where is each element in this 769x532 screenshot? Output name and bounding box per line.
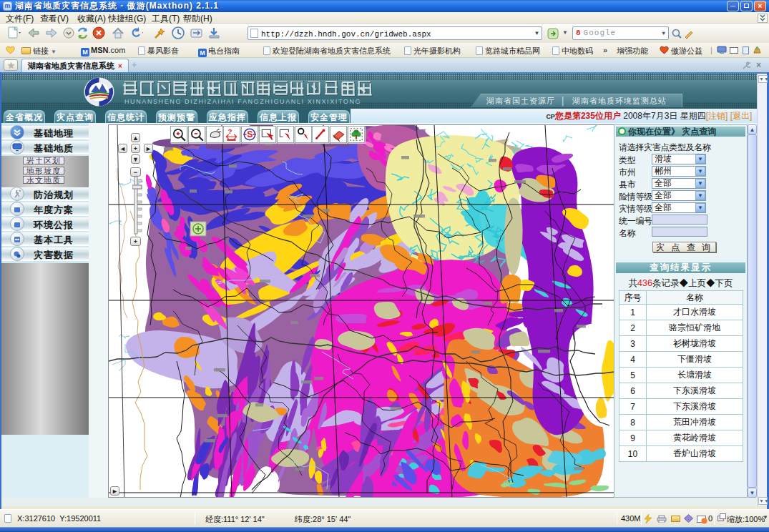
svg-text:S: S — [247, 129, 253, 139]
svg-text:?: ? — [228, 127, 232, 135]
